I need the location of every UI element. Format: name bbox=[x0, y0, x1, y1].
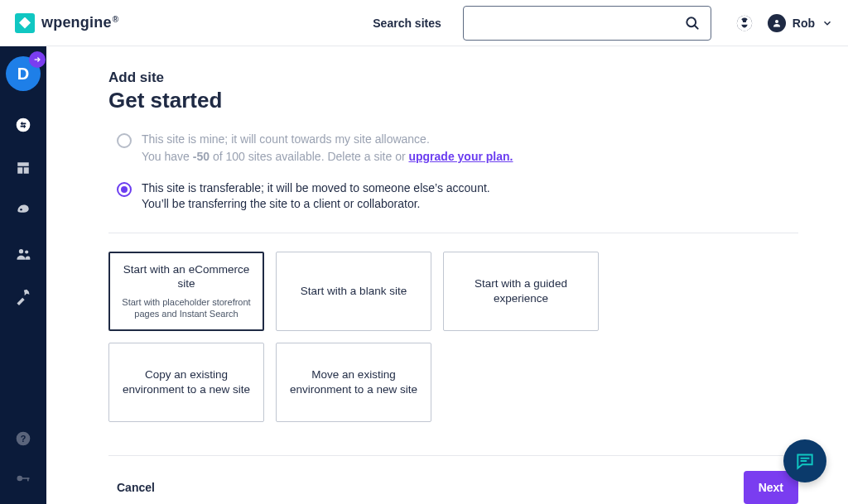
svg-line-1 bbox=[695, 25, 698, 28]
brand-name-b: engine bbox=[62, 14, 111, 31]
svg-point-3 bbox=[775, 20, 778, 23]
nav-item-key[interactable] bbox=[14, 469, 32, 487]
brand-logo[interactable]: wpengine® bbox=[15, 13, 118, 33]
tile-title: Start with a blank site bbox=[301, 284, 407, 299]
tile-title: Start with an eCommerce site bbox=[120, 262, 253, 291]
brand-mark-icon bbox=[15, 13, 35, 33]
nav-item-ecommerce[interactable] bbox=[14, 202, 32, 220]
page-title: Get started bbox=[108, 88, 798, 113]
ownership-mine-line1: This site is mine; it will count towards… bbox=[142, 132, 513, 148]
search-box[interactable] bbox=[463, 6, 711, 41]
ownership-transferable-line1: This site is transferable; it will be mo… bbox=[142, 180, 490, 197]
svg-point-10 bbox=[19, 249, 23, 253]
help-icon[interactable] bbox=[735, 13, 754, 33]
site-count: -50 bbox=[193, 150, 210, 163]
svg-text:?: ? bbox=[21, 434, 26, 444]
brand-name-a: wp bbox=[41, 14, 62, 31]
account-bubble[interactable]: D bbox=[6, 56, 41, 91]
main-content: Add site Get started This site is mine; … bbox=[46, 46, 848, 504]
left-rail: D ? bbox=[0, 46, 46, 504]
svg-rect-7 bbox=[17, 167, 22, 174]
ownership-transferable[interactable]: This site is transferable; it will be mo… bbox=[117, 177, 798, 216]
cancel-button[interactable]: Cancel bbox=[108, 481, 155, 494]
tile-ecommerce[interactable]: Start with an eCommerce site Start with … bbox=[108, 252, 264, 331]
chat-fab[interactable] bbox=[783, 439, 826, 482]
ownership-mine-line2: You have -50 of 100 sites available. Del… bbox=[142, 148, 513, 166]
mine-line2-mid: of 100 sites available. Delete a site or bbox=[210, 150, 408, 163]
topbar: wpengine® Search sites Rob bbox=[0, 0, 848, 46]
nav-item-support[interactable]: ? bbox=[14, 430, 32, 448]
divider bbox=[108, 233, 798, 233]
nav-item-transfers[interactable] bbox=[14, 116, 32, 134]
avatar-icon bbox=[768, 14, 786, 32]
account-initial: D bbox=[17, 65, 29, 84]
svg-point-9 bbox=[20, 209, 22, 211]
mine-line2-pre: You have bbox=[142, 150, 193, 163]
brand-trademark: ® bbox=[113, 15, 119, 24]
svg-rect-6 bbox=[17, 162, 29, 166]
radio-icon bbox=[117, 133, 132, 148]
tile-subtitle: Start with placeholder storefront pages … bbox=[120, 296, 253, 320]
chevron-down-icon bbox=[822, 17, 833, 29]
user-name: Rob bbox=[793, 17, 815, 30]
search-input[interactable] bbox=[472, 16, 682, 30]
ownership-transferable-line2: You’ll be transferring the site to a cli… bbox=[142, 196, 490, 213]
start-option-grid: Start with an eCommerce site Start with … bbox=[108, 252, 798, 422]
chat-icon bbox=[794, 450, 816, 472]
svg-rect-8 bbox=[24, 167, 29, 174]
tile-title: Start with a guided experience bbox=[454, 276, 588, 305]
tile-copy-env[interactable]: Copy an existing environment to a new si… bbox=[108, 343, 264, 422]
tile-title: Copy an existing environment to a new si… bbox=[119, 367, 253, 396]
nav-item-users[interactable] bbox=[14, 245, 32, 263]
svg-point-5 bbox=[17, 118, 31, 132]
upgrade-plan-link[interactable]: upgrade your plan. bbox=[408, 150, 513, 163]
svg-point-11 bbox=[25, 250, 28, 253]
user-menu[interactable]: Rob bbox=[768, 14, 833, 32]
tile-title: Move an existing environment to a new si… bbox=[287, 367, 421, 396]
svg-point-14 bbox=[17, 476, 23, 482]
ownership-mine[interactable]: This site is mine; it will count towards… bbox=[117, 128, 798, 169]
brand-name: wpengine® bbox=[41, 14, 118, 31]
tile-guided[interactable]: Start with a guided experience bbox=[443, 252, 599, 331]
breadcrumb: Add site bbox=[108, 70, 798, 86]
tile-move-env[interactable]: Move an existing environment to a new si… bbox=[276, 343, 431, 422]
svg-rect-16 bbox=[27, 478, 29, 481]
nav-item-dashboard[interactable] bbox=[14, 159, 32, 177]
wizard-footer: Cancel Next bbox=[108, 455, 798, 504]
search-icon[interactable] bbox=[682, 13, 702, 33]
radio-icon bbox=[117, 182, 132, 197]
search-label: Search sites bbox=[373, 17, 441, 30]
arrow-right-icon bbox=[29, 51, 46, 68]
nav-item-tools[interactable] bbox=[14, 288, 32, 306]
tile-blank[interactable]: Start with a blank site bbox=[276, 252, 431, 331]
